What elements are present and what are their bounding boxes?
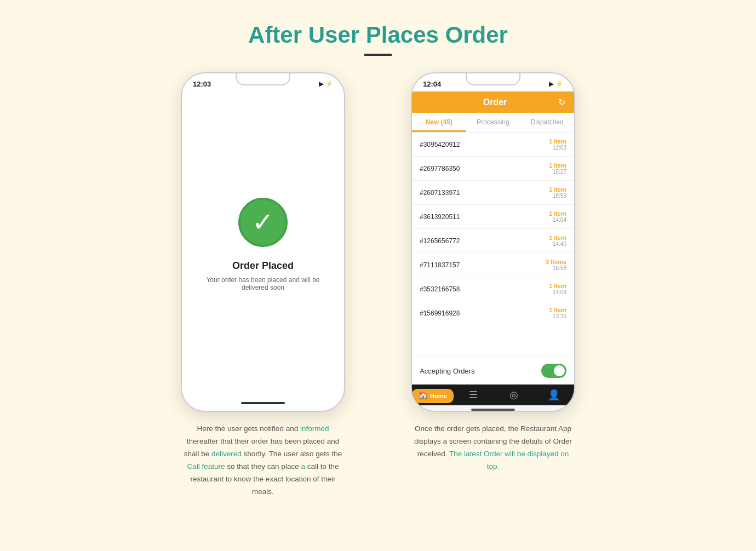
right-wifi-icon: ▶	[549, 81, 553, 88]
order-count: 1 Item	[549, 283, 566, 289]
table-row[interactable]: #2607133971 1 Item 18:59	[412, 181, 574, 205]
table-row[interactable]: #1265656772 1 Item 14:40	[412, 229, 574, 253]
left-phone-col: 12:03 ▶ ⚡ ✓ Order Placed Your order has …	[175, 72, 351, 498]
accepting-orders-label: Accepting Orders	[420, 367, 474, 375]
right-battery-icon: ⚡	[555, 81, 563, 88]
nav-menu[interactable]: ☰	[454, 389, 494, 403]
table-row[interactable]: #7111837157 3 Items 16:58	[412, 253, 574, 277]
phones-row: 12:03 ▶ ⚡ ✓ Order Placed Your order has …	[175, 72, 581, 498]
order-count: 3 Items	[546, 259, 566, 265]
app-tabs: New (45) Processing Dispatched	[412, 113, 574, 133]
left-status-time: 12:03	[193, 80, 211, 88]
home-button[interactable]: 🏠 Home	[412, 389, 454, 403]
checkmark-icon: ✓	[252, 209, 274, 236]
nav-profile[interactable]: 👤	[534, 389, 574, 403]
accepting-orders-bar: Accepting Orders	[412, 357, 574, 384]
home-label: Home	[430, 393, 447, 399]
refresh-icon[interactable]: ↻	[558, 97, 565, 107]
order-meta: 1 Item 14:04	[549, 210, 566, 223]
order-id: #2697786350	[420, 165, 460, 173]
title-divider	[364, 54, 392, 56]
orders-icon: ◎	[509, 389, 518, 401]
nav-orders[interactable]: ◎	[494, 389, 534, 403]
accepting-orders-toggle[interactable]	[541, 364, 566, 378]
order-meta: 3 Items 16:58	[546, 259, 566, 271]
order-count: 1 Item	[549, 210, 566, 217]
table-row[interactable]: #3613920511 1 Item 14:04	[412, 205, 574, 229]
order-id: #3095420912	[420, 141, 460, 148]
left-phone-notch	[236, 73, 290, 85]
check-circle: ✓	[238, 198, 288, 247]
order-placed-subtitle: Your order has been placed and will be d…	[193, 276, 333, 291]
home-icon: 🏠	[419, 391, 428, 400]
order-time: 14:04	[549, 217, 566, 223]
order-time: 15:27	[549, 169, 566, 175]
order-placed-screen: ✓ Order Placed Your order has been place…	[182, 91, 344, 398]
order-count: 1 Item	[549, 186, 566, 193]
battery-icon: ⚡	[325, 81, 333, 88]
tab-new[interactable]: New (45)	[412, 113, 466, 132]
order-list: #3095420912 1 Item 12:03 #2697786350 1 I…	[412, 133, 574, 357]
order-id: #3532166758	[420, 285, 460, 293]
order-time: 14:08	[549, 289, 566, 295]
table-row[interactable]: #2697786350 1 Item 15:27	[412, 157, 574, 181]
wifi-icon: ▶	[319, 81, 323, 88]
restaurant-app: Order ↻ New (45) Processing Dispatched #…	[412, 91, 574, 411]
table-row[interactable]: #1569916928 1 Item 13:35	[412, 301, 574, 325]
order-meta: 1 Item 14:08	[549, 283, 566, 295]
right-home-indicator	[471, 409, 515, 411]
right-phone-shell: 12:04 ▶ ⚡ Order ↻ New (45) Processing	[411, 72, 575, 412]
right-description: Once the order gets placed, the Restaura…	[411, 423, 575, 473]
order-meta: 1 Item 12:03	[549, 138, 566, 151]
right-phone-notch	[466, 73, 520, 85]
right-status-icons: ▶ ⚡	[549, 81, 563, 88]
order-meta: 1 Item 13:35	[549, 307, 566, 319]
page-title: After User Places Order	[248, 22, 508, 48]
order-time: 18:59	[549, 193, 566, 199]
menu-icon: ☰	[469, 389, 478, 401]
order-id: #3613920511	[420, 213, 460, 221]
order-time: 12:03	[549, 145, 566, 151]
app-header-title: Order	[432, 97, 558, 107]
order-time: 14:40	[549, 241, 566, 247]
table-row[interactable]: #3095420912 1 Item 12:03	[412, 133, 574, 157]
left-description: Here the user gets notified and informed…	[181, 423, 345, 498]
app-bottom-nav: 🏠 Home ☰ ◎ 👤	[412, 384, 574, 405]
order-meta: 1 Item 15:27	[549, 162, 566, 175]
order-time: 13:35	[549, 313, 566, 319]
left-status-icons: ▶ ⚡	[319, 81, 333, 88]
order-time: 16:58	[546, 265, 566, 271]
profile-icon: 👤	[548, 389, 560, 401]
toggle-knob	[554, 365, 565, 376]
right-phone-col: 12:04 ▶ ⚡ Order ↻ New (45) Processing	[405, 72, 581, 473]
order-id: #7111837157	[420, 261, 460, 269]
tab-dispatched[interactable]: Dispatched	[520, 113, 574, 132]
order-id: #2607133971	[420, 189, 460, 197]
order-id: #1569916928	[420, 309, 460, 317]
order-id: #1265656772	[420, 237, 460, 245]
left-phone-shell: 12:03 ▶ ⚡ ✓ Order Placed Your order has …	[181, 72, 345, 412]
order-count: 1 Item	[549, 234, 566, 241]
right-desc-text: Once the order gets placed, the Restaura…	[414, 424, 572, 470]
left-home-indicator	[241, 402, 285, 404]
tab-processing[interactable]: Processing	[466, 113, 520, 132]
order-count: 1 Item	[549, 138, 566, 145]
page-wrapper: After User Places Order 12:03 ▶ ⚡ ✓	[0, 0, 756, 548]
left-desc-text: Here the user gets notified and informed…	[184, 424, 342, 496]
app-header: Order ↻	[412, 91, 574, 113]
order-count: 1 Item	[549, 307, 566, 313]
order-count: 1 Item	[549, 162, 566, 169]
table-row[interactable]: #3532166758 1 Item 14:08	[412, 277, 574, 301]
order-meta: 1 Item 14:40	[549, 234, 566, 247]
left-phone-content: ✓ Order Placed Your order has been place…	[182, 91, 344, 398]
right-status-time: 12:04	[423, 80, 441, 88]
order-placed-title: Order Placed	[232, 260, 294, 272]
nav-home[interactable]: 🏠 Home	[412, 389, 454, 403]
order-meta: 1 Item 18:59	[549, 186, 566, 199]
